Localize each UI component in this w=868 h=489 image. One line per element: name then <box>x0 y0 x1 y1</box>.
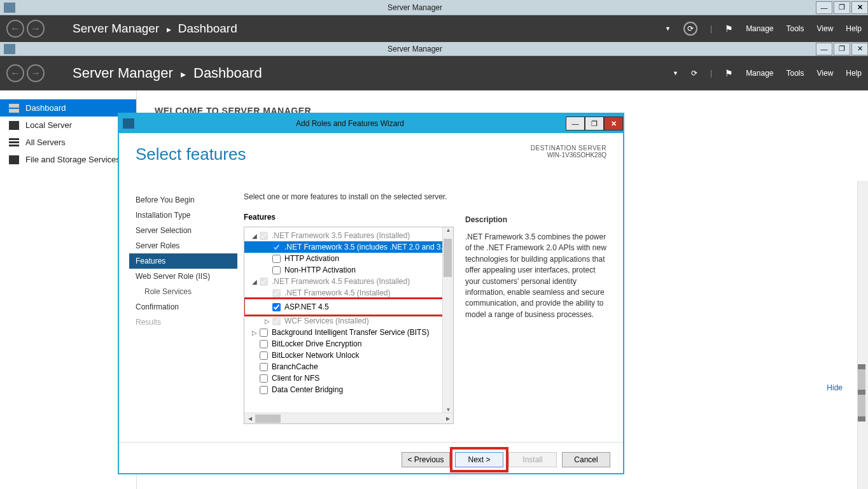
step-server-selection[interactable]: Server Selection <box>129 223 237 238</box>
step-results: Results <box>129 315 237 330</box>
features-intro: Select one or more features to install o… <box>244 192 454 201</box>
feature-bitlocker[interactable]: BitLocker Drive Encryption <box>244 338 453 350</box>
feature-client-nfs[interactable]: Client for NFS <box>244 372 453 384</box>
step-server-roles[interactable]: Server Roles <box>129 238 237 253</box>
feature-checkbox[interactable] <box>260 329 268 337</box>
step-role-services[interactable]: Role Services <box>129 284 237 299</box>
wizard-titlebar: Add Roles and Features Wizard — ❐ ✕ <box>119 114 623 133</box>
expander-icon[interactable]: ◢ <box>251 278 258 285</box>
wizard-maximize-button[interactable]: ❐ <box>585 117 604 131</box>
breadcrumb-app: Server Manager <box>73 65 173 81</box>
flag-icon[interactable]: ⚑ <box>725 68 733 78</box>
scrollbar-thumb[interactable] <box>255 415 281 423</box>
menu-manage[interactable]: Manage <box>746 24 773 33</box>
feature-checkbox[interactable] <box>260 278 268 286</box>
expander-icon[interactable]: ▷ <box>263 318 271 325</box>
menu-tools[interactable]: Tools <box>787 24 804 33</box>
menu-manage[interactable]: Manage <box>746 69 773 78</box>
feature-net35-core[interactable]: .NET Framework 3.5 (includes .NET 2.0 an… <box>244 241 453 253</box>
expander-icon[interactable]: ▷ <box>251 329 258 336</box>
expander-icon[interactable]: ◢ <box>251 232 258 239</box>
inner-header: ← → Server Manager ▸ Dashboard ▼ ⟳ | ⚑ M… <box>0 56 868 90</box>
feature-bits[interactable]: ▷ Background Intelligent Transfer Servic… <box>244 327 453 338</box>
feature-checkbox[interactable] <box>260 374 268 383</box>
step-confirmation[interactable]: Confirmation <box>129 299 237 315</box>
menu-tools[interactable]: Tools <box>787 69 804 78</box>
previous-button[interactable]: < Previous <box>402 452 450 467</box>
flag-icon[interactable]: ⚑ <box>725 24 733 34</box>
sidebar-item-dashboard[interactable]: Dashboard <box>0 99 136 117</box>
feature-checkbox[interactable] <box>272 243 281 252</box>
scroll-right-icon[interactable]: ▶ <box>442 416 453 422</box>
step-before-you-begin[interactable]: Before You Begin <box>129 192 237 208</box>
storage-icon <box>9 155 19 164</box>
feature-label: BitLocker Network Unlock <box>272 351 359 360</box>
tree-scrollbar-horizontal[interactable]: ◀ ▶ <box>244 413 453 423</box>
hide-link[interactable]: Hide <box>827 383 843 392</box>
step-features[interactable]: Features <box>129 253 237 269</box>
forward-icon[interactable]: → <box>27 20 45 38</box>
wizard-minimize-button[interactable]: — <box>566 117 585 131</box>
feature-checkbox[interactable] <box>272 289 281 297</box>
scroll-left-icon[interactable]: ◀ <box>244 416 255 422</box>
feature-net45-group[interactable]: ◢ .NET Framework 4.5 Features (Installed… <box>244 276 453 287</box>
small-chevron-down-icon[interactable]: ▼ <box>673 70 678 76</box>
close-button[interactable]: ✕ <box>851 43 868 55</box>
refresh-icon[interactable]: ⟳ <box>691 69 697 78</box>
menu-view[interactable]: View <box>817 69 834 78</box>
feature-checkbox[interactable] <box>272 303 281 311</box>
minimize-button[interactable]: — <box>816 1 832 14</box>
back-icon[interactable]: ← <box>6 64 24 82</box>
wizard-close-button[interactable]: ✕ <box>604 117 623 131</box>
server-icon <box>9 121 19 130</box>
forward-icon[interactable]: → <box>27 64 45 82</box>
sidebar-item-label: All Servers <box>25 138 66 147</box>
menu-view[interactable]: View <box>817 24 834 33</box>
scrollbar-thumb[interactable] <box>444 239 452 277</box>
feature-wcf-services[interactable]: ▷ WCF Services (Installed) <box>244 315 453 327</box>
step-web-server-role[interactable]: Web Server Role (IIS) <box>129 269 237 284</box>
feature-checkbox[interactable] <box>272 255 281 263</box>
sidebar-item-all-servers[interactable]: All Servers <box>0 134 136 151</box>
sidebar: Dashboard Local Server All Servers File … <box>0 90 137 489</box>
minimize-button[interactable]: — <box>816 43 832 55</box>
feature-label: BranchCache <box>272 362 318 371</box>
cancel-button[interactable]: Cancel <box>562 452 610 467</box>
feature-aspnet45[interactable]: ASP.NET 4.5 <box>244 299 453 315</box>
next-button[interactable]: Next > <box>455 452 503 467</box>
feature-checkbox[interactable] <box>272 266 281 274</box>
feature-net35-group[interactable]: ◢ .NET Framework 3.5 Features (Installed… <box>244 230 453 241</box>
tree-scrollbar-vertical[interactable] <box>442 227 453 413</box>
sidebar-item-local-server[interactable]: Local Server <box>0 117 136 134</box>
page-scrollbar[interactable] <box>857 181 868 489</box>
dashboard-icon <box>9 104 19 113</box>
maximize-button[interactable]: ❐ <box>834 1 850 14</box>
outer-window-titlebar: Server Manager — ❐ ✕ <box>0 0 868 15</box>
feature-checkbox[interactable] <box>260 363 268 371</box>
feature-label: Non-HTTP Activation <box>284 266 356 274</box>
small-chevron-down-icon[interactable]: ▼ <box>665 25 671 32</box>
close-button[interactable]: ✕ <box>851 1 868 14</box>
feature-net45-core[interactable]: .NET Framework 4.5 (Installed) <box>244 287 453 299</box>
feature-checkbox[interactable] <box>272 317 281 325</box>
refresh-icon[interactable]: ⟳ <box>683 22 697 36</box>
breadcrumb-page: Dashboard <box>178 22 237 35</box>
feature-checkbox[interactable] <box>260 232 268 240</box>
breadcrumb: Server Manager ▸ Dashboard <box>73 22 237 36</box>
feature-checkbox[interactable] <box>260 340 268 348</box>
back-icon[interactable]: ← <box>6 20 24 38</box>
feature-bitlocker-network[interactable]: BitLocker Network Unlock <box>244 350 453 361</box>
maximize-button[interactable]: ❐ <box>834 43 850 55</box>
feature-branchcache[interactable]: BranchCache <box>244 361 453 372</box>
feature-data-center-bridging[interactable]: Data Center Bridging <box>244 384 453 395</box>
sidebar-item-file-storage[interactable]: File and Storage Services <box>0 151 136 168</box>
feature-nonhttp-activation[interactable]: Non-HTTP Activation <box>244 264 453 276</box>
feature-checkbox[interactable] <box>260 351 268 360</box>
menu-help[interactable]: Help <box>846 69 862 78</box>
feature-checkbox[interactable] <box>260 386 268 394</box>
feature-label: WCF Services (Installed) <box>284 316 369 325</box>
step-installation-type[interactable]: Installation Type <box>129 208 237 223</box>
menu-help[interactable]: Help <box>846 24 862 33</box>
right-slider[interactable] <box>858 364 865 422</box>
feature-http-activation[interactable]: HTTP Activation <box>244 253 453 264</box>
